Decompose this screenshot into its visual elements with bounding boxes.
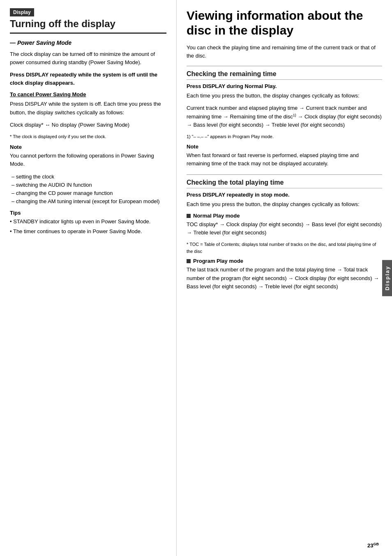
square-icon-program <box>187 259 191 263</box>
note-heading-left: Note <box>10 144 166 150</box>
section2-body1: Each time you press the button, the disp… <box>187 200 382 208</box>
left-title: Turning off the display <box>10 18 166 34</box>
list-items: – setting the clock – switching the AUDI… <box>10 173 166 206</box>
display-label: Display <box>10 8 34 16</box>
page-container: Display Turning off the display — Power … <box>0 0 392 556</box>
asterisk-note: * The clock is displayed only if you set… <box>10 133 166 140</box>
cancel-heading: To cancel Power Saving Mode <box>10 91 166 97</box>
intro-text: The clock display can be turned off to m… <box>10 50 166 67</box>
subtitle: — Power Saving Mode <box>10 39 166 46</box>
divider-1 <box>187 66 382 66</box>
tip-2: • The timer continues to operate in Powe… <box>10 227 166 236</box>
normal-play-heading: Normal Play mode <box>187 213 382 219</box>
tips-heading: Tips <box>10 210 166 216</box>
clock-cycle: Clock display* ↔ No display (Power Savin… <box>10 121 166 129</box>
list-item-2: – switching the AUDIO IN function <box>10 181 166 189</box>
section2-title: Checking the total playing time <box>187 179 382 188</box>
section-total-playing-time: Checking the total playing time Press DI… <box>187 179 382 291</box>
right-intro: You can check the playing time and remai… <box>187 44 382 60</box>
bold-instruction: Press DISPLAY repeatedly while the syste… <box>10 71 166 87</box>
list-item-1: – setting the clock <box>10 173 166 181</box>
section1-body1: Each time you press the button, the disp… <box>187 92 382 100</box>
right-title: Viewing information about the disc in th… <box>187 8 382 38</box>
program-play-heading: Program Play mode <box>187 258 382 264</box>
note-text-left: You cannot perform the following operati… <box>10 152 166 168</box>
superscript1: 1) <box>293 113 296 117</box>
divider-2 <box>187 174 382 175</box>
section1-press-heading: Press DISPLAY during Normal Play. <box>187 83 382 89</box>
list-item-3: – changing the CD power manage function <box>10 189 166 197</box>
right-column: Viewing information about the disc in th… <box>177 0 392 556</box>
toc-note: * TOC = Table of Contents; displays tota… <box>187 241 382 255</box>
section2-press-heading: Press DISPLAY repeatedly in stop mode. <box>187 192 382 198</box>
list-item-4: – changing the AM tuning interval (excep… <box>10 197 166 206</box>
section1-footnote: 1) "– –.– –" appears in Program Play mod… <box>187 133 382 140</box>
section1-note-heading: Note <box>187 144 382 150</box>
left-column: Display Turning off the display — Power … <box>0 0 177 556</box>
section1-note-text: When fast forward or fast reverse is per… <box>187 151 382 168</box>
page-number: 23GB <box>367 542 379 549</box>
section1-body2: Current track number and elapsed playing… <box>187 104 382 129</box>
square-icon-normal <box>187 214 191 218</box>
cancel-text: Press DISPLAY while the system is off. E… <box>10 100 166 116</box>
tip-1: • STANDBY indicator lights up even in Po… <box>10 218 166 226</box>
program-play-text: The last track number of the program and… <box>187 266 382 290</box>
section1-title: Checking the remaining time <box>187 70 382 80</box>
normal-play-text: TOC display* → Clock display (for eight … <box>187 220 382 237</box>
side-tab: Display <box>382 260 392 296</box>
section-remaining-time: Checking the remaining time Press DISPLA… <box>187 70 382 168</box>
